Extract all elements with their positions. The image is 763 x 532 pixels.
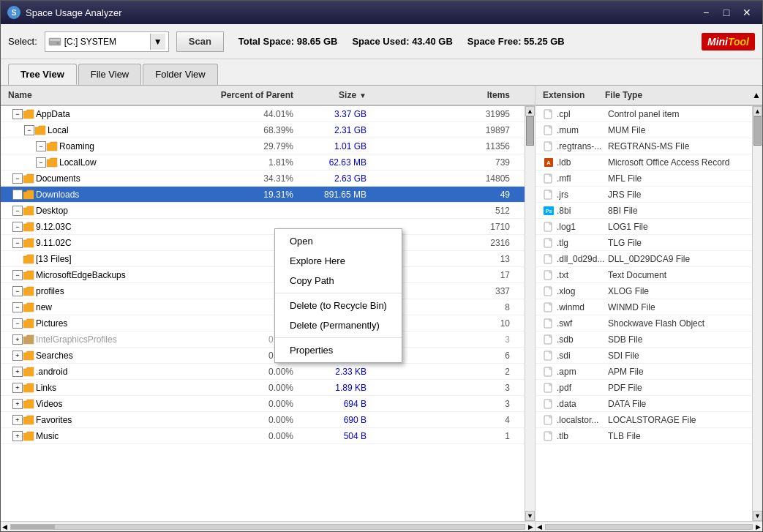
context-menu-item[interactable]: Properties bbox=[275, 340, 402, 360]
tree-horizontal-scrollbar[interactable]: ◀ ▶ bbox=[1, 521, 535, 531]
expand-button[interactable]: − bbox=[12, 206, 23, 216]
expand-button[interactable]: + bbox=[12, 334, 23, 345]
col-size-header[interactable]: Size ▼ bbox=[301, 90, 374, 100]
expand-button[interactable]: − bbox=[36, 157, 46, 168]
right-row[interactable]: .tlb TLB File bbox=[535, 428, 752, 444]
expand-button[interactable]: + bbox=[12, 383, 23, 393]
right-scroll-thumb[interactable] bbox=[753, 116, 762, 146]
tree-row[interactable]: − Pictures 10 bbox=[1, 315, 525, 331]
scroll-left-button[interactable]: ◀ bbox=[2, 523, 7, 531]
tree-row[interactable]: − Local 68.39% 2.31 GB 19897 bbox=[1, 122, 525, 138]
right-row[interactable]: .jrs JRS File bbox=[535, 187, 752, 203]
right-row[interactable]: .data DATA File bbox=[535, 396, 752, 412]
right-h-scroll-track[interactable] bbox=[545, 524, 753, 530]
tree-row[interactable]: + Links 0.00% 1.89 KB 3 bbox=[1, 380, 525, 396]
right-horizontal-scrollbar[interactable]: ◀ ▶ bbox=[535, 521, 762, 531]
scroll-track[interactable] bbox=[525, 116, 535, 511]
right-row[interactable]: .cpl Control panel item bbox=[535, 106, 752, 122]
context-menu-item[interactable]: Delete (to Recycle Bin) bbox=[275, 296, 402, 315]
minimize-button[interactable]: − bbox=[696, 5, 715, 20]
right-row[interactable]: .localstor... LOCALSTORAGE File bbox=[535, 412, 752, 428]
close-button[interactable]: ✕ bbox=[737, 5, 756, 20]
expand-button[interactable]: − bbox=[12, 302, 23, 312]
tree-row[interactable]: − LocalLow 1.81% 62.63 MB 739 bbox=[1, 154, 525, 171]
tree-row[interactable]: + IntelGraphicsProfiles 0.00% 24.71 KB 3 bbox=[1, 331, 525, 348]
right-row[interactable]: .sdb SDB File bbox=[535, 331, 752, 348]
right-scroll-track[interactable] bbox=[753, 116, 762, 511]
scan-button[interactable]: Scan bbox=[176, 31, 224, 52]
tab-file-view[interactable]: File View bbox=[78, 64, 142, 85]
tree-row[interactable]: − 9.12.03C 1710 bbox=[1, 219, 525, 235]
tree-row[interactable]: − profiles 337 bbox=[1, 283, 525, 299]
context-menu-item[interactable]: Explore Here bbox=[275, 251, 402, 271]
right-row[interactable]: .log1 LOG1 File bbox=[535, 219, 752, 235]
tree-row[interactable]: + Music 0.00% 504 B 1 bbox=[1, 428, 525, 444]
col-percent-header[interactable]: Percent of Parent bbox=[206, 90, 301, 100]
right-scroll-up-header[interactable]: ▲ bbox=[751, 90, 762, 100]
expand-button[interactable]: + bbox=[12, 351, 23, 361]
expand-button[interactable]: + bbox=[12, 190, 23, 200]
expand-button[interactable]: − bbox=[24, 125, 34, 135]
right-row[interactable]: .sdi SDI File bbox=[535, 348, 752, 364]
tree-row[interactable]: − Roaming 29.79% 1.01 GB 11356 bbox=[1, 138, 525, 154]
right-row[interactable]: .dll_0d29d... DLL_0D29DCA9 File bbox=[535, 251, 752, 267]
tree-row[interactable]: − MicrosoftEdgeBackups 17 bbox=[1, 267, 525, 283]
tree-row[interactable]: − Desktop 512 bbox=[1, 203, 525, 219]
expand-button[interactable]: − bbox=[12, 286, 23, 296]
right-row[interactable]: .pdf PDF File bbox=[535, 380, 752, 396]
right-row[interactable]: .winmd WINMD File bbox=[535, 299, 752, 315]
expand-button[interactable]: + bbox=[12, 431, 23, 441]
tab-folder-view[interactable]: Folder View bbox=[143, 64, 217, 85]
scroll-down-button[interactable]: ▼ bbox=[525, 511, 535, 521]
right-row[interactable]: Ps .8bi 8BI File bbox=[535, 203, 752, 219]
tree-row[interactable]: [13 Files] 13 bbox=[1, 251, 525, 267]
scroll-right-button[interactable]: ▶ bbox=[528, 523, 533, 531]
right-row[interactable]: .swf Shockwave Flash Object bbox=[535, 315, 752, 331]
col-items-header[interactable]: Items bbox=[374, 90, 525, 100]
context-menu-item[interactable]: Copy Path bbox=[275, 271, 402, 291]
expand-button[interactable]: − bbox=[12, 270, 23, 280]
tab-tree-view[interactable]: Tree View bbox=[8, 64, 77, 85]
right-row[interactable]: .regtrans-... REGTRANS-MS File bbox=[535, 138, 752, 154]
expand-button[interactable]: + bbox=[12, 399, 23, 409]
expand-button[interactable]: − bbox=[36, 141, 46, 151]
tree-row[interactable]: + Favorites 0.00% 690 B 4 bbox=[1, 412, 525, 428]
drive-select[interactable]: [C:] SYSTEM ▼ bbox=[45, 31, 169, 52]
right-row[interactable]: .txt Text Document bbox=[535, 267, 752, 283]
tree-row[interactable]: − 9.11.02C 2316 bbox=[1, 235, 525, 251]
expand-button[interactable]: − bbox=[12, 318, 23, 329]
right-scroll-left-button[interactable]: ◀ bbox=[537, 523, 542, 531]
right-row[interactable]: A .ldb Microsoft Office Access Record bbox=[535, 154, 752, 171]
tree-row[interactable]: + Searches 0.00% 2.68 KB 6 bbox=[1, 348, 525, 364]
right-scroll-down-button[interactable]: ▼ bbox=[753, 511, 762, 521]
context-menu-item[interactable]: Delete (Permanently) bbox=[275, 315, 402, 335]
tree-vertical-scrollbar[interactable]: ▲ ▼ bbox=[525, 106, 535, 521]
tree-row[interactable]: + Videos 0.00% 694 B 3 bbox=[1, 396, 525, 412]
tree-row[interactable]: + .android 0.00% 2.33 KB 2 bbox=[1, 364, 525, 380]
right-row[interactable]: .mfl MFL File bbox=[535, 171, 752, 187]
expand-button[interactable]: + bbox=[12, 367, 23, 377]
tree-row[interactable]: + Downloads 19.31% 891.65 MB 49 bbox=[1, 187, 525, 203]
right-scroll-right-button[interactable]: ▶ bbox=[756, 523, 761, 531]
right-row[interactable]: .xlog XLOG File bbox=[535, 283, 752, 299]
tree-row[interactable]: − Documents 34.31% 2.63 GB 14805 bbox=[1, 171, 525, 187]
drive-dropdown-arrow[interactable]: ▼ bbox=[150, 34, 165, 50]
right-row[interactable]: .tlg TLG File bbox=[535, 235, 752, 251]
right-row[interactable]: .mum MUM File bbox=[535, 122, 752, 138]
expand-button[interactable]: − bbox=[12, 222, 23, 232]
right-row[interactable]: .apm APM File bbox=[535, 364, 752, 380]
right-vertical-scrollbar[interactable]: ▲ ▼ bbox=[752, 106, 762, 521]
expand-button[interactable]: − bbox=[12, 109, 23, 119]
h-scroll-thumb[interactable] bbox=[11, 525, 55, 529]
maximize-button[interactable]: □ bbox=[717, 5, 736, 20]
scroll-thumb[interactable] bbox=[526, 116, 534, 146]
expand-button[interactable]: − bbox=[12, 173, 23, 184]
h-scroll-track[interactable] bbox=[10, 524, 525, 530]
expand-button[interactable]: + bbox=[12, 415, 23, 425]
tree-row[interactable]: − new 8 bbox=[1, 299, 525, 315]
context-menu-item[interactable]: Open bbox=[275, 231, 402, 251]
right-scroll-up-button[interactable]: ▲ bbox=[753, 106, 762, 116]
expand-button[interactable]: − bbox=[12, 238, 23, 248]
scroll-up-button[interactable]: ▲ bbox=[525, 106, 535, 116]
tree-row[interactable]: − AppData 44.01% 3.37 GB 31995 bbox=[1, 106, 525, 122]
